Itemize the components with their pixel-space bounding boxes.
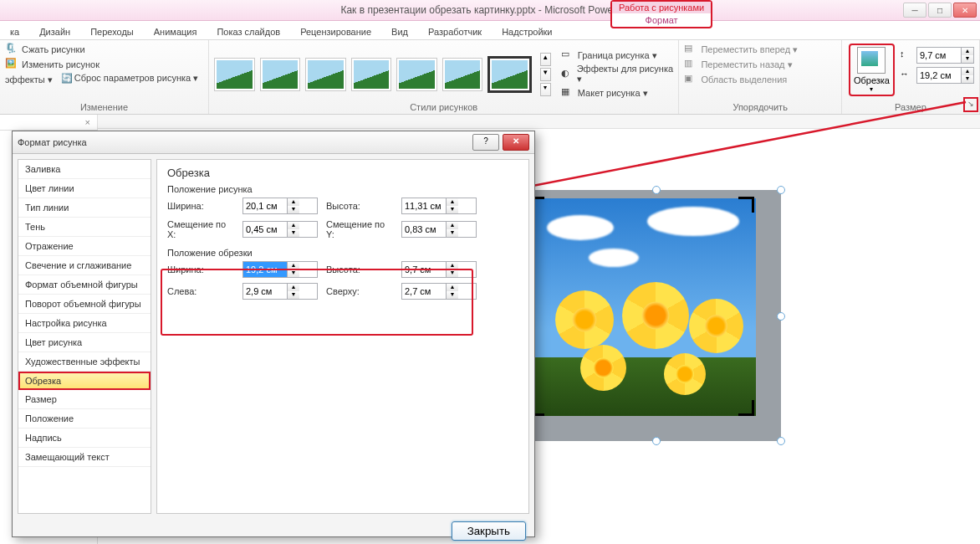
label-crop-top: Сверху:	[326, 286, 393, 296]
tab-format[interactable]: Формат	[612, 13, 711, 27]
dialog-title: Формат рисунка	[18, 137, 469, 147]
app-title: Как в презентации обрезать картинку.pptx…	[340, 4, 639, 16]
tab-animation[interactable]: Анимация	[144, 24, 207, 39]
category-item[interactable]: Обрезка	[18, 372, 151, 390]
panel-close-icon[interactable]: ×	[0, 115, 97, 131]
content-heading: Обрезка	[167, 167, 518, 179]
reset-picture-button[interactable]: 🔄Сброс параметров рисунка ▾	[61, 73, 198, 86]
crop-height-spinner[interactable]: ▲▼	[401, 261, 477, 278]
category-item[interactable]: Свечение и сглаживание	[18, 256, 151, 275]
bring-forward-button[interactable]: ▤Переместить вперед ▾	[684, 42, 836, 57]
pic-height-spinner[interactable]: ▲▼	[401, 198, 477, 214]
width-input[interactable]	[917, 68, 961, 83]
tab-transitions[interactable]: Переходы	[80, 24, 144, 39]
crop-icon	[857, 47, 886, 74]
section-picture-position: Положение рисунка	[167, 184, 518, 194]
style-thumb[interactable]	[396, 58, 437, 91]
compress-pictures-button[interactable]: 🗜️Сжать рисунки	[5, 42, 203, 57]
dialog-titlebar[interactable]: Формат рисунка ? ✕	[13, 131, 534, 154]
category-item[interactable]: Поворот объемной фигуры	[18, 295, 151, 314]
style-thumb[interactable]	[442, 58, 483, 91]
change-picture-icon: 🖼️	[5, 58, 18, 71]
tab-design[interactable]: Дизайн	[29, 24, 80, 39]
picture[interactable]	[530, 198, 756, 416]
context-tab: Работа с рисунками Формат	[610, 0, 712, 28]
minimize-button[interactable]: ─	[903, 3, 926, 18]
styles-scroll[interactable]: ▲▼▾	[540, 53, 551, 96]
crop-handle-br[interactable]	[738, 400, 754, 416]
category-item[interactable]: Надпись	[18, 429, 151, 448]
picture-crop-frame[interactable]	[530, 190, 781, 441]
tab-view[interactable]: Вид	[381, 24, 418, 39]
selection-pane-button[interactable]: ▣Область выделения	[684, 72, 836, 87]
crop-top-spinner[interactable]: ▲▼	[401, 283, 477, 300]
category-item[interactable]: Формат объемной фигуры	[18, 275, 151, 295]
crop-button[interactable]: Обрезка ▾	[849, 44, 895, 96]
tab-generic[interactable]: ка	[0, 24, 29, 39]
style-thumb[interactable]	[214, 58, 255, 91]
width-input-row: ↔ ▲▼	[900, 67, 974, 84]
tab-developer[interactable]: Разработчик	[418, 24, 492, 39]
picture-effects-button[interactable]: ◐Эффекты для рисунка ▾	[561, 64, 674, 85]
label-crop-width: Ширина:	[167, 264, 234, 275]
sel-handle[interactable]	[777, 186, 785, 194]
crop-width-spinner[interactable]: ▲▼	[242, 261, 318, 278]
category-item[interactable]: Цвет линии	[18, 179, 151, 198]
pic-width-spinner[interactable]: ▲▼	[242, 198, 318, 214]
height-input-row: ↕ ▲▼	[900, 47, 974, 64]
category-item[interactable]: Тип линии	[18, 198, 151, 218]
tab-slideshow[interactable]: Показ слайдов	[207, 24, 290, 39]
category-item[interactable]: Настройка рисунка	[18, 314, 151, 333]
style-thumb[interactable]	[305, 58, 346, 91]
pic-offx-spinner[interactable]: ▲▼	[242, 221, 318, 238]
label-width: Ширина:	[167, 201, 234, 211]
send-backward-icon: ▥	[684, 58, 697, 71]
group-picture-styles: ▲▼▾ ▭Граница рисунка ▾ ◐Эффекты для рису…	[209, 40, 679, 114]
label-offy: Смещение по Y:	[326, 219, 393, 239]
maximize-button[interactable]: □	[928, 3, 952, 18]
dialog-help-button[interactable]: ?	[472, 134, 499, 151]
dialog-close-button[interactable]: ✕	[503, 134, 529, 151]
width-spinner[interactable]: ▲▼	[916, 67, 974, 84]
send-backward-button[interactable]: ▥Переместить назад ▾	[684, 57, 836, 72]
category-item[interactable]: Цвет рисунка	[18, 333, 151, 352]
label-crop-left: Слева:	[167, 286, 234, 296]
height-spinner[interactable]: ▲▼	[916, 47, 974, 64]
sel-handle[interactable]	[652, 186, 661, 194]
pic-offy-spinner[interactable]: ▲▼	[401, 221, 477, 238]
ruler	[0, 115, 980, 129]
sel-handle[interactable]	[652, 437, 661, 445]
dialog-close-action-button[interactable]: Закрыть	[452, 521, 526, 541]
tab-review[interactable]: Рецензирование	[290, 24, 381, 39]
crop-left-spinner[interactable]: ▲▼	[242, 283, 318, 300]
sel-handle[interactable]	[777, 437, 785, 445]
style-thumb[interactable]	[260, 58, 301, 91]
effects-dropdown[interactable]: эффекты ▾	[5, 74, 53, 85]
section-crop-position: Положение обрезки	[167, 248, 518, 258]
bring-forward-icon: ▤	[684, 43, 697, 56]
group-label-styles: Стили рисунков	[214, 102, 673, 114]
style-thumb[interactable]	[351, 58, 392, 91]
picture-layout-button[interactable]: ▦Макет рисунка ▾	[561, 86, 674, 100]
label-crop-height: Высота:	[326, 264, 393, 275]
ribbon-tabs: ка Дизайн Переходы Анимация Показ слайдо…	[0, 21, 980, 40]
category-item[interactable]: Художественные эффекты	[18, 352, 151, 372]
crop-handle-tr[interactable]	[738, 197, 754, 213]
category-item[interactable]: Положение	[18, 409, 151, 429]
height-input[interactable]	[917, 48, 961, 63]
close-window-button[interactable]: ✕	[953, 3, 977, 18]
dialog-content: Обрезка Положение рисунка Ширина: ▲▼ Выс…	[156, 159, 529, 514]
sel-handle[interactable]	[777, 312, 785, 321]
group-change: 🗜️Сжать рисунки 🖼️Изменить рисунок эффек…	[0, 40, 209, 114]
size-dialog-launcher[interactable]: ↘	[963, 97, 978, 112]
change-picture-button[interactable]: 🖼️Изменить рисунок	[5, 57, 203, 72]
category-item[interactable]: Замещающий текст	[18, 448, 151, 467]
style-thumb[interactable]	[487, 56, 532, 93]
category-item[interactable]: Заливка	[18, 160, 151, 179]
category-item[interactable]: Размер	[18, 390, 151, 409]
picture-border-button[interactable]: ▭Граница рисунка ▾	[561, 49, 674, 62]
category-item[interactable]: Отражение	[18, 237, 151, 256]
category-item[interactable]: Тень	[18, 218, 151, 237]
group-size: Обрезка ▾ ↕ ▲▼ ↔ ▲▼ Размер ↘	[842, 40, 980, 114]
tab-addins[interactable]: Надстройки	[492, 24, 562, 39]
